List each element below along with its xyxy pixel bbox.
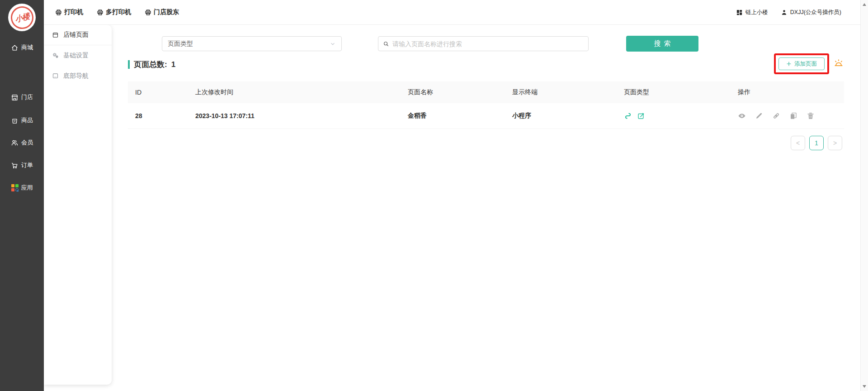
grid-icon	[736, 9, 743, 16]
topbar: 打印机 多打印机 门店股东 链上小楼 DXJJ(公众号操作员)	[44, 0, 860, 25]
scroll-up-arrow-icon[interactable]	[863, 3, 866, 6]
sidebar-item-orders[interactable]: 订单	[0, 159, 44, 171]
search-box	[378, 36, 589, 51]
cart-icon	[11, 162, 19, 169]
vertical-scrollbar[interactable]	[860, 0, 868, 391]
secondary-sidebar: 店铺页面 基础设置 底部导航	[44, 25, 112, 385]
bottom-nav-icon	[52, 72, 59, 79]
row-id: 28	[128, 112, 188, 119]
col-header-page-type: 页面类型	[617, 88, 731, 96]
delete-trash-icon[interactable]	[807, 112, 815, 120]
plus-icon	[786, 61, 792, 67]
topnav-item-multi-printer[interactable]: 多打印机	[97, 8, 131, 16]
gears-icon	[52, 52, 59, 59]
page-count-label: 页面总数:	[134, 59, 167, 70]
edit-pencil-icon[interactable]	[755, 112, 763, 120]
edit-square-icon[interactable]	[637, 112, 645, 120]
search-input[interactable]	[392, 40, 584, 48]
user-name: DXJJ(公众号操作员)	[790, 9, 841, 16]
sidebar-item-label: 会员	[21, 138, 33, 147]
home-icon	[11, 44, 19, 52]
sidebar-item-label: 订单	[21, 161, 33, 169]
apps-icon	[11, 184, 19, 191]
subnav-label: 店铺页面	[63, 31, 89, 39]
accent-bar	[128, 60, 130, 69]
link-icon[interactable]	[772, 112, 780, 120]
add-page-button[interactable]: 添加页面	[778, 57, 825, 70]
scroll-down-arrow-icon[interactable]	[863, 385, 866, 388]
pagination: < 1 >	[791, 136, 842, 150]
topnav-label: 多打印机	[106, 8, 131, 16]
logo-text: 小楼	[14, 10, 30, 24]
table-header-row: ID 上次修改时间 页面名称 显示终端 页面类型 操作	[128, 81, 844, 103]
app-logo[interactable]: 小楼	[8, 4, 36, 31]
subnav-item-basic-settings[interactable]: 基础设置	[44, 45, 112, 66]
storefront-icon	[11, 94, 19, 101]
pagination-page-1[interactable]: 1	[809, 136, 824, 150]
topnav-label: 门店股东	[154, 8, 179, 16]
page-type-select-value: 页面类型	[168, 40, 193, 48]
row-last-modified: 2023-10-13 17:07:11	[188, 112, 401, 119]
preview-eye-icon[interactable]	[738, 112, 746, 120]
search-button[interactable]: 搜索	[626, 36, 698, 52]
page-count-summary: 页面总数: 1	[128, 59, 175, 70]
sidebar-item-goods[interactable]: 商品	[0, 114, 44, 126]
pagination-next-button[interactable]: >	[828, 136, 842, 150]
user-menu[interactable]: DXJJ(公众号操作员)	[781, 9, 841, 16]
page-type-select[interactable]: 页面类型	[162, 36, 342, 51]
topnav-label: 打印机	[64, 8, 83, 16]
col-header-last-modified: 上次修改时间	[188, 88, 401, 96]
page-count-value: 1	[171, 60, 175, 69]
sidebar-item-label: 应用	[21, 184, 33, 192]
topnav-item-printer[interactable]: 打印机	[55, 8, 83, 16]
search-icon	[383, 41, 389, 47]
row-page-name: 金稻香	[401, 112, 505, 120]
primary-sidebar: 小楼 商城 门店 商品 会员 订单 应用	[0, 0, 44, 391]
add-page-label: 添加页面	[794, 60, 817, 68]
printer-icon	[97, 9, 104, 16]
col-header-terminal: 显示终端	[505, 88, 617, 96]
col-header-id: ID	[128, 89, 188, 96]
sidebar-item-apps[interactable]: 应用	[0, 182, 44, 194]
sidebar-item-mall[interactable]: 商城	[0, 42, 44, 53]
sidebar-item-label: 门店	[21, 93, 33, 101]
alarm-icon[interactable]	[834, 58, 844, 68]
subnav-item-bottom-nav[interactable]: 底部导航	[44, 66, 112, 86]
subnav-item-shop-pages[interactable]: 店铺页面	[44, 25, 112, 45]
row-terminal: 小程序	[505, 112, 617, 120]
sidebar-item-members[interactable]: 会员	[0, 137, 44, 148]
col-header-page-name: 页面名称	[401, 88, 505, 96]
subnav-label: 底部导航	[63, 72, 89, 80]
chevron-down-icon	[330, 41, 336, 47]
pages-table: ID 上次修改时间 页面名称 显示终端 页面类型 操作 28 2023-10-1…	[128, 81, 844, 129]
sidebar-item-label: 商品	[21, 116, 33, 124]
shopping-bag-icon	[11, 117, 19, 124]
row-page-type	[617, 112, 731, 120]
topnav-item-store-shareholder[interactable]: 门店股东	[145, 8, 179, 16]
sidebar-item-label: 商城	[21, 43, 33, 52]
brand-switcher[interactable]: 链上小楼	[736, 9, 768, 16]
copy-icon[interactable]	[789, 112, 797, 120]
sidebar-item-store[interactable]: 门店	[0, 91, 44, 103]
members-icon	[11, 139, 19, 147]
subnav-label: 基础设置	[63, 52, 89, 60]
row-actions	[731, 112, 844, 120]
brand-name: 链上小楼	[745, 9, 768, 16]
topbar-right: 链上小楼 DXJJ(公众号操作员)	[736, 9, 860, 16]
printer-icon	[55, 9, 62, 16]
user-icon	[781, 9, 788, 16]
col-header-actions: 操作	[731, 88, 844, 96]
table-row: 28 2023-10-13 17:07:11 金稻香 小程序	[128, 103, 844, 129]
browser-window-icon	[52, 32, 59, 38]
topnav: 打印机 多打印机 门店股东	[44, 8, 179, 16]
pagination-prev-button[interactable]: <	[791, 136, 805, 150]
miniprogram-icon[interactable]	[624, 112, 632, 120]
printer-icon	[145, 9, 151, 16]
logo-ring: 小楼	[8, 4, 36, 31]
main-content: 页面类型 搜索 页面总数: 1 添加页面 ID 上次修改时间 页面名称 显示终端…	[112, 25, 860, 391]
